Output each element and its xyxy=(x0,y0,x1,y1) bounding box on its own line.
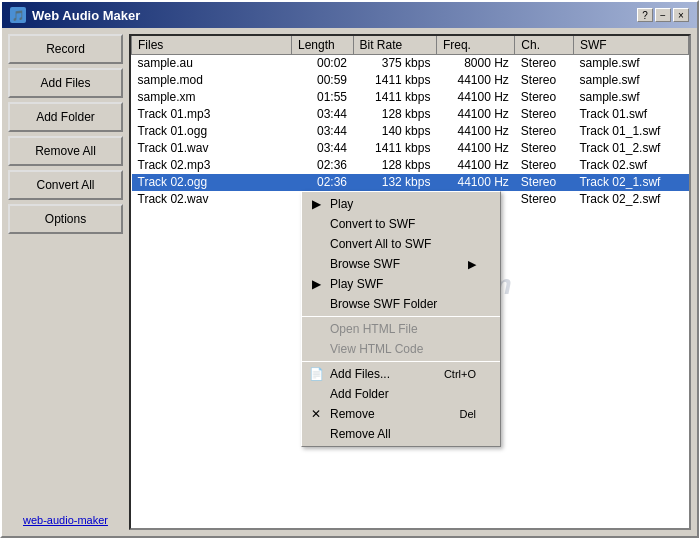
ctx-separator xyxy=(302,361,500,362)
file-table: FilesLengthBit RateFreq.Ch.SWF sample.au… xyxy=(131,36,689,208)
cell-5: sample.swf xyxy=(573,72,688,89)
cell-0: Track 02.ogg xyxy=(132,174,292,191)
cell-0: Track 02.mp3 xyxy=(132,157,292,174)
cell-3: 44100 Hz xyxy=(436,89,514,106)
col-header-bit-rate[interactable]: Bit Rate xyxy=(353,36,436,55)
sidebar: RecordAdd FilesAdd FolderRemove AllConve… xyxy=(8,34,123,530)
cell-3: 8000 Hz xyxy=(436,55,514,72)
table-row[interactable]: Track 01.ogg03:44140 kbps44100 HzStereoT… xyxy=(132,123,689,140)
cell-4: Stereo xyxy=(515,106,574,123)
table-row[interactable]: Track 02.ogg02:36132 kbps44100 HzStereoT… xyxy=(132,174,689,191)
cell-4: Stereo xyxy=(515,123,574,140)
cell-1: 00:59 xyxy=(292,72,354,89)
ctx-label-remove: Remove xyxy=(330,407,375,421)
minimize-button[interactable]: − xyxy=(655,8,671,22)
cell-0: Track 01.ogg xyxy=(132,123,292,140)
ctx-item-browse-swf[interactable]: Browse SWF▶ xyxy=(302,254,500,274)
sidebar-btn-remove-all[interactable]: Remove All xyxy=(8,136,123,166)
cell-1: 01:55 xyxy=(292,89,354,106)
cell-5: sample.swf xyxy=(573,55,688,72)
sidebar-btn-convert-all[interactable]: Convert All xyxy=(8,170,123,200)
ctx-label-view-html: View HTML Code xyxy=(330,342,423,356)
ctx-label-add-folder: Add Folder xyxy=(330,387,389,401)
cell-0: sample.mod xyxy=(132,72,292,89)
cell-0: sample.xm xyxy=(132,89,292,106)
ctx-item-play[interactable]: ▶Play xyxy=(302,194,500,214)
table-row[interactable]: sample.mod00:591411 kbps44100 HzStereosa… xyxy=(132,72,689,89)
col-header-ch-[interactable]: Ch. xyxy=(515,36,574,55)
cell-4: Stereo xyxy=(515,89,574,106)
cell-5: Track 02_1.swf xyxy=(573,174,688,191)
title-controls: ? − × xyxy=(637,8,689,22)
cell-1: 03:44 xyxy=(292,140,354,157)
cell-5: Track 01_1.swf xyxy=(573,123,688,140)
ctx-icon-play-swf: ▶ xyxy=(306,274,326,294)
ctx-label-play-swf: Play SWF xyxy=(330,277,383,291)
cell-0: sample.au xyxy=(132,55,292,72)
ctx-shortcut-browse-swf: ▶ xyxy=(468,258,476,271)
cell-3: 44100 Hz xyxy=(436,157,514,174)
cell-3: 44100 Hz xyxy=(436,72,514,89)
ctx-label-convert-all-swf: Convert All to SWF xyxy=(330,237,431,251)
ctx-label-play: Play xyxy=(330,197,353,211)
cell-4: Stereo xyxy=(515,157,574,174)
sidebar-btn-record[interactable]: Record xyxy=(8,34,123,64)
table-row[interactable]: sample.au00:02375 kbps8000 HzStereosampl… xyxy=(132,55,689,72)
cell-4: Stereo xyxy=(515,174,574,191)
ctx-icon-play: ▶ xyxy=(306,194,326,214)
ctx-item-open-html: Open HTML File xyxy=(302,319,500,339)
sidebar-btn-add-files[interactable]: Add Files xyxy=(8,68,123,98)
cell-2: 375 kbps xyxy=(353,55,436,72)
cell-5: Track 02.swf xyxy=(573,157,688,174)
context-menu: ▶PlayConvert to SWFConvert All to SWFBro… xyxy=(301,191,501,447)
cell-4: Stereo xyxy=(515,55,574,72)
cell-0: Track 01.mp3 xyxy=(132,106,292,123)
cell-1: 02:36 xyxy=(292,174,354,191)
ctx-item-convert-to-swf[interactable]: Convert to SWF xyxy=(302,214,500,234)
app-icon: 🎵 xyxy=(10,7,26,23)
window-title: Web Audio Maker xyxy=(32,8,140,23)
table-row[interactable]: Track 01.wav03:441411 kbps44100 HzStereo… xyxy=(132,140,689,157)
ctx-item-add-files[interactable]: 📄Add Files...Ctrl+O xyxy=(302,364,500,384)
col-header-files[interactable]: Files xyxy=(132,36,292,55)
file-list-area: FilesLengthBit RateFreq.Ch.SWF sample.au… xyxy=(129,34,691,530)
ctx-icon-add-files: 📄 xyxy=(306,364,326,384)
help-button[interactable]: ? xyxy=(637,8,653,22)
ctx-item-play-swf[interactable]: ▶Play SWF xyxy=(302,274,500,294)
cell-2: 1411 kbps xyxy=(353,140,436,157)
cell-1: 00:02 xyxy=(292,55,354,72)
ctx-shortcut-add-files: Ctrl+O xyxy=(444,368,476,380)
ctx-label-remove-all: Remove All xyxy=(330,427,391,441)
ctx-item-remove[interactable]: ✕RemoveDel xyxy=(302,404,500,424)
cell-1: 03:44 xyxy=(292,106,354,123)
cell-4: Stereo xyxy=(515,140,574,157)
table-row[interactable]: sample.xm01:551411 kbps44100 HzStereosam… xyxy=(132,89,689,106)
cell-3: 44100 Hz xyxy=(436,123,514,140)
col-header-freq-[interactable]: Freq. xyxy=(436,36,514,55)
ctx-label-open-html: Open HTML File xyxy=(330,322,418,336)
table-row[interactable]: Track 01.mp303:44128 kbps44100 HzStereoT… xyxy=(132,106,689,123)
table-row[interactable]: Track 02.mp302:36128 kbps44100 HzStereoT… xyxy=(132,157,689,174)
app-link[interactable]: web-audio-maker xyxy=(8,510,123,530)
ctx-item-remove-all[interactable]: Remove All xyxy=(302,424,500,444)
col-header-swf[interactable]: SWF xyxy=(573,36,688,55)
ctx-item-view-html: View HTML Code xyxy=(302,339,500,359)
ctx-item-convert-all-swf[interactable]: Convert All to SWF xyxy=(302,234,500,254)
ctx-label-browse-swf-folder: Browse SWF Folder xyxy=(330,297,437,311)
cell-4: Stereo xyxy=(515,191,574,208)
cell-1: 03:44 xyxy=(292,123,354,140)
col-header-length[interactable]: Length xyxy=(292,36,354,55)
sidebar-btn-options[interactable]: Options xyxy=(8,204,123,234)
cell-2: 128 kbps xyxy=(353,106,436,123)
close-button[interactable]: × xyxy=(673,8,689,22)
ctx-label-convert-to-swf: Convert to SWF xyxy=(330,217,415,231)
sidebar-btn-add-folder[interactable]: Add Folder xyxy=(8,102,123,132)
sidebar-spacer xyxy=(8,238,123,506)
cell-3: 44100 Hz xyxy=(436,106,514,123)
ctx-item-browse-swf-folder[interactable]: Browse SWF Folder xyxy=(302,294,500,314)
ctx-item-add-folder[interactable]: Add Folder xyxy=(302,384,500,404)
cell-2: 128 kbps xyxy=(353,157,436,174)
cell-2: 1411 kbps xyxy=(353,89,436,106)
cell-1: 02:36 xyxy=(292,157,354,174)
cell-2: 140 kbps xyxy=(353,123,436,140)
